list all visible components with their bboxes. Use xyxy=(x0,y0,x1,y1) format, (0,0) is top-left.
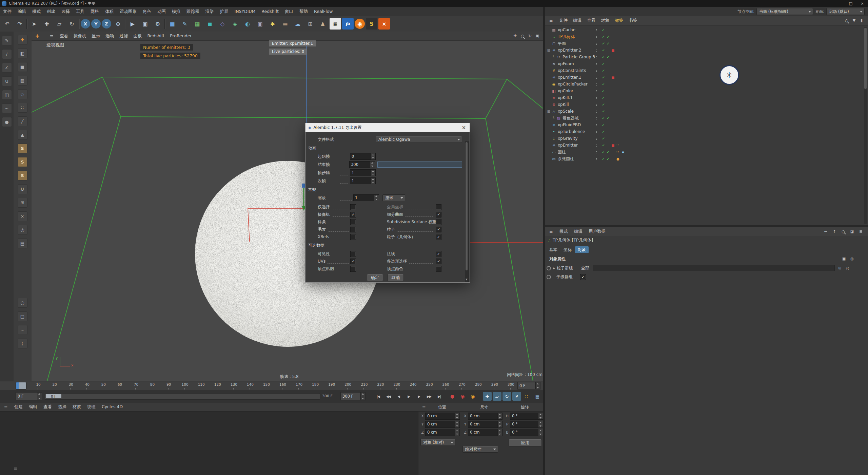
subdivision-surface-icon[interactable]: ▦ xyxy=(192,18,203,30)
menu-item[interactable]: 网格 xyxy=(87,9,102,15)
coord-field[interactable]: 0 cm xyxy=(468,429,502,436)
group-link-field[interactable] xyxy=(593,265,835,271)
apply-button[interactable]: 应用 xyxy=(509,439,542,446)
maximize-button[interactable]: □ xyxy=(845,0,856,7)
grid-snap-icon[interactable]: ⊞ xyxy=(18,198,27,208)
disabled-mark-icon[interactable]: ■ xyxy=(611,144,614,147)
polygon-mode-icon[interactable]: ▲ xyxy=(18,130,27,140)
object-row[interactable]: ⊟ △ xpScale : ✓ xyxy=(545,108,865,115)
panel-icon[interactable]: ⊞ xyxy=(858,228,864,234)
character-icon[interactable]: ♟ xyxy=(317,18,329,30)
magnet-snap-icon[interactable]: U xyxy=(18,184,27,194)
enable-check-icon[interactable]: ✓ xyxy=(602,116,605,120)
menu-item[interactable]: 窗口 xyxy=(282,9,296,15)
export-option-checkbox[interactable] xyxy=(436,234,441,240)
visibility-dots-icon[interactable]: : xyxy=(596,75,597,80)
visibility-dots-icon[interactable]: : xyxy=(596,102,597,107)
object-manager-menu-item[interactable]: 查看 xyxy=(584,18,598,23)
export-option-checkbox[interactable] xyxy=(350,234,356,240)
lock-y-icon[interactable]: Y xyxy=(91,19,101,28)
scroll-down-icon[interactable]: ▼ xyxy=(465,277,468,282)
smooth-tool-icon[interactable]: ~ xyxy=(2,103,12,113)
material-menu-item[interactable]: 材质 xyxy=(70,404,84,410)
menu-item[interactable]: 工具 xyxy=(73,9,87,15)
texture-mode-icon[interactable]: ▨ xyxy=(18,76,27,86)
goto-end-button[interactable]: ▶| xyxy=(435,392,444,401)
scale-unit-dropdown[interactable]: 厘米 xyxy=(382,194,405,201)
enable-check-icon[interactable]: ✓ xyxy=(602,109,605,114)
export-option-checkbox[interactable] xyxy=(350,251,356,257)
attribute-tab[interactable]: 基本 xyxy=(547,246,560,253)
visibility-dots-icon[interactable]: : xyxy=(596,69,597,73)
object-row[interactable]: ≋ xpFluidPBD : ✓ xyxy=(545,121,865,128)
pan-view-icon[interactable]: ✚ xyxy=(512,33,518,39)
frame-number-field[interactable]: 0 xyxy=(350,153,376,160)
viewport-menu-item[interactable]: 摄像机 xyxy=(71,33,89,39)
move-tool-icon[interactable]: ✚ xyxy=(41,18,53,30)
separator[interactable] xyxy=(26,19,27,29)
record-button[interactable]: ● xyxy=(448,392,456,401)
dialog-title-bar[interactable]: ◆ Alembic 1.7.11 导出设置 × xyxy=(305,123,470,132)
export-option-checkbox[interactable] xyxy=(350,266,356,272)
zoom-view-icon[interactable]: ○ xyxy=(519,33,526,39)
menu-item[interactable]: 模拟 xyxy=(169,9,183,15)
arc-spline-icon[interactable]: ( xyxy=(18,339,27,348)
enable-snap-icon[interactable]: S xyxy=(18,157,27,167)
render-settings-icon[interactable]: ⚙ xyxy=(152,18,163,30)
enable-check-icon[interactable]: ✓ xyxy=(602,136,605,141)
object-row[interactable]: ⊗ xpKill : ✓ xyxy=(545,101,865,108)
redo-icon[interactable]: ↷ xyxy=(14,18,25,30)
make-editable-icon[interactable]: ◧ xyxy=(18,49,27,58)
visibility-dots-icon[interactable]: : xyxy=(596,96,597,100)
object-row[interactable]: ✳ xpEmitter.1 : ✓ ■ xyxy=(545,74,865,81)
spline-pen-icon[interactable]: ✎ xyxy=(179,18,191,30)
scrollbar-thumb[interactable] xyxy=(864,28,867,89)
file-format-dropdown[interactable]: Alembic Ogawa xyxy=(376,136,462,143)
mirror-tool-icon[interactable]: ◫ xyxy=(2,90,12,100)
object-row[interactable]: ~ xpTurbulence : ✓ xyxy=(545,128,865,135)
object-row[interactable]: # xpConstraints : ✓ xyxy=(545,67,865,74)
object-row[interactable]: └ ▨ 着色器域 : ✓ ✓ xyxy=(545,115,865,121)
object-manager-menu-item[interactable]: 标签 xyxy=(612,18,626,23)
lock-x-icon[interactable]: X xyxy=(81,19,90,28)
export-option-checkbox[interactable] xyxy=(350,219,356,225)
dialog-close-button[interactable]: × xyxy=(458,123,470,132)
rectangle-spline-icon[interactable]: □ xyxy=(18,311,27,321)
object-row[interactable]: ▭ 圆柱 : ✓ ✓ ∷ ◆ xyxy=(545,149,865,155)
attribute-menu-item[interactable]: 模式 xyxy=(556,229,571,234)
floor-icon[interactable]: ▬ xyxy=(279,18,291,30)
object-tag-icon[interactable]: ∷ xyxy=(616,144,618,147)
object-row[interactable]: └ ∷ Particle Group 3 : ✓ ✓ xyxy=(545,54,865,60)
prev-frame-button[interactable]: ◀ xyxy=(394,392,403,401)
object-row[interactable]: ◧ xpColor : ✓ xyxy=(545,88,865,94)
object-row[interactable]: ▦ xpCache : ✓ xyxy=(545,26,865,33)
enable-check-icon[interactable]: ✓ xyxy=(602,143,605,148)
undo-icon[interactable]: ↶ xyxy=(1,18,13,30)
separator[interactable] xyxy=(79,19,80,29)
edge-mode-icon[interactable]: ╱ xyxy=(18,116,27,126)
visibility-dots-icon[interactable]: : xyxy=(596,62,597,66)
record-rotation-toggle[interactable]: ↻ xyxy=(502,392,511,401)
coord-field[interactable]: 0 cm xyxy=(425,413,460,420)
frame-aux-field[interactable] xyxy=(377,162,462,168)
render-check-icon[interactable]: ✓ xyxy=(607,35,610,39)
close-button[interactable]: × xyxy=(856,0,868,7)
object-row[interactable]: ↓ xpGravity : ✓ xyxy=(545,135,865,142)
quantize-icon[interactable]: S xyxy=(18,171,27,180)
expand-toggle[interactable]: └ xyxy=(551,55,556,59)
insydium-icon[interactable]: ◉ xyxy=(355,19,365,29)
frame-spinner[interactable] xyxy=(37,393,42,400)
menu-item[interactable]: 编辑 xyxy=(15,9,29,15)
play-button[interactable]: ▶ xyxy=(404,392,413,401)
material-menu-item[interactable]: 创建 xyxy=(11,404,26,410)
coord-mode-dropdown[interactable]: 对象 (相对) xyxy=(420,439,455,446)
measure-tool-icon[interactable]: ∠ xyxy=(2,63,12,73)
light-icon[interactable]: ✱ xyxy=(267,18,278,30)
enable-check-icon[interactable]: ✓ xyxy=(602,28,605,32)
timeline-slider-grip[interactable]: 0 F xyxy=(46,394,61,398)
live-selection-icon[interactable]: ➤ xyxy=(28,18,40,30)
knife-tool-icon[interactable]: / xyxy=(2,49,12,59)
goto-start-button[interactable]: |◀ xyxy=(374,392,383,401)
export-option-checkbox[interactable] xyxy=(350,212,356,217)
jawset-icon[interactable]: jb xyxy=(342,18,354,30)
